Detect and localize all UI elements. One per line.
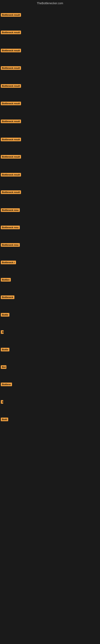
result-item-24: Bottl	[0, 416, 9, 423]
bottleneck-badge-1[interactable]: Bottleneck result	[1, 13, 21, 17]
result-item-10: Bottleneck result	[0, 172, 22, 178]
result-item-22: Bottlene	[0, 381, 13, 388]
result-item-14: Bottleneck resu	[0, 242, 21, 249]
bottleneck-badge-4[interactable]: Bottleneck result	[1, 66, 21, 70]
bottleneck-badge-21[interactable]: Bot	[1, 365, 6, 369]
bottleneck-badge-22[interactable]: Bottlene	[1, 382, 12, 386]
bottleneck-badge-10[interactable]: Bottleneck result	[1, 173, 21, 176]
bottleneck-badge-2[interactable]: Bottleneck result	[1, 30, 21, 34]
bottleneck-badge-19[interactable]: B	[1, 330, 3, 334]
bottleneck-badge-18[interactable]: Bottle	[1, 313, 9, 316]
result-item-19: B	[0, 329, 4, 336]
bottleneck-badge-8[interactable]: Bottleneck result	[1, 138, 21, 141]
result-item-12: Bottleneck resu	[0, 207, 21, 214]
bottleneck-badge-6[interactable]: Bottleneck result	[1, 102, 21, 105]
result-item-17: Bottleneck	[0, 294, 15, 301]
result-item-20: Bottle	[0, 346, 10, 354]
bottleneck-badge-14[interactable]: Bottleneck resu	[1, 243, 20, 247]
result-item-9: Bottleneck result	[0, 154, 22, 160]
result-item-5: Bottleneck result	[0, 83, 22, 90]
result-item-7: Bottleneck result	[0, 118, 22, 125]
bottleneck-badge-9[interactable]: Bottleneck result	[1, 155, 21, 158]
bottleneck-badge-13[interactable]: Bottleneck resu	[1, 226, 20, 229]
site-title: TheBottlenecker.com	[0, 0, 100, 6]
result-item-11: Bottleneck result	[0, 189, 22, 196]
bottleneck-badge-16[interactable]: Bottlen	[1, 278, 11, 282]
bottleneck-badge-15[interactable]: Bottleneck r	[1, 260, 16, 264]
bottleneck-badge-12[interactable]: Bottleneck resu	[1, 208, 20, 212]
result-item-6: Bottleneck result	[0, 100, 22, 107]
bottleneck-badge-24[interactable]: Bottl	[1, 418, 8, 421]
result-item-2: Bottleneck result	[0, 30, 22, 36]
result-item-16: Bottlen	[0, 277, 12, 284]
bottleneck-badge-20[interactable]: Bottle	[1, 348, 9, 352]
result-item-4: Bottleneck result	[0, 65, 22, 72]
result-item-13: Bottleneck resu	[0, 224, 21, 231]
bottleneck-badge-3[interactable]: Bottleneck result	[1, 49, 21, 52]
result-item-8: Bottleneck result	[0, 136, 22, 143]
bottleneck-badge-17[interactable]: Bottleneck	[1, 296, 14, 299]
bottleneck-badge-23[interactable]: E	[1, 400, 3, 404]
bottleneck-badge-7[interactable]: Bottleneck result	[1, 120, 21, 123]
result-item-23: E	[0, 399, 4, 406]
result-item-18: Bottle	[0, 312, 10, 318]
result-item-15: Bottleneck r	[0, 260, 17, 266]
bottleneck-badge-5[interactable]: Bottleneck result	[1, 84, 21, 88]
result-item-1: Bottleneck result	[0, 12, 22, 19]
result-item-3: Bottleneck result	[0, 48, 22, 54]
bottleneck-badge-11[interactable]: Bottleneck result	[1, 190, 21, 194]
result-item-21: Bot	[0, 364, 7, 371]
